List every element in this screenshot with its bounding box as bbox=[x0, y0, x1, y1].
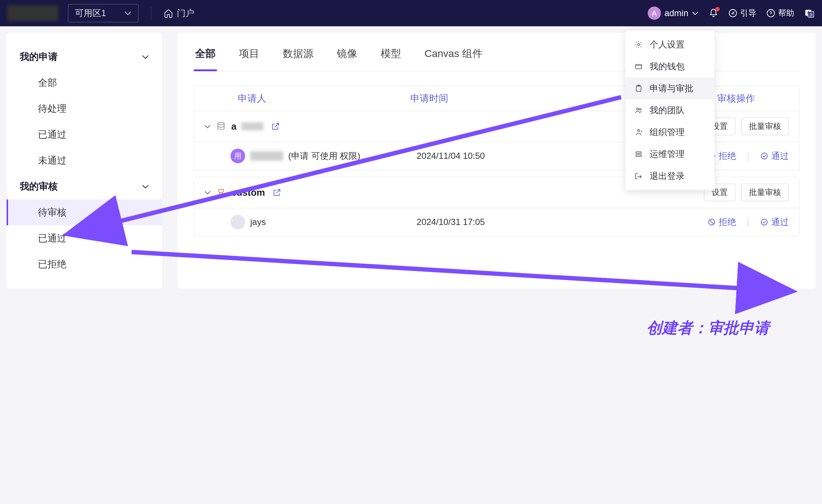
blurred-name-suffix bbox=[241, 122, 263, 130]
guide-label: 引导 bbox=[740, 8, 756, 19]
tab-image[interactable]: 镜像 bbox=[335, 40, 359, 71]
svg-point-15 bbox=[637, 108, 639, 110]
main-panel: 全部 项目 数据源 镜像 模型 Canvas 组件 申请人 申请时间 审核操作 … bbox=[178, 33, 815, 289]
sidebar-item-pending[interactable]: 待处理 bbox=[7, 96, 162, 122]
sidebar-item-review-approved[interactable]: 已通过 bbox=[7, 225, 162, 251]
notifications-button[interactable] bbox=[709, 8, 718, 18]
tab-canvas[interactable]: Canvas 组件 bbox=[423, 40, 484, 71]
guide-link[interactable]: 引导 bbox=[728, 8, 756, 19]
svg-rect-19 bbox=[636, 155, 642, 157]
applicant-cell: jays bbox=[231, 215, 416, 229]
help-link[interactable]: 帮助 bbox=[766, 8, 794, 19]
svg-point-0 bbox=[729, 9, 737, 17]
time-cell: 2024/10/31 17:05 bbox=[416, 217, 602, 227]
group-actions: 设置 批量审核 bbox=[704, 118, 789, 135]
applicant-avatar bbox=[231, 215, 245, 229]
svg-text:文: 文 bbox=[810, 13, 813, 17]
group-name: custom bbox=[231, 187, 265, 198]
applicant-avatar: 用 bbox=[231, 149, 245, 163]
notification-dot bbox=[715, 7, 720, 11]
batch-review-button[interactable]: 批量审核 bbox=[741, 118, 789, 135]
cup-icon bbox=[216, 187, 226, 198]
approve-button[interactable]: 通过 bbox=[760, 216, 789, 228]
tab-model[interactable]: 模型 bbox=[379, 40, 403, 71]
chevron-down-icon bbox=[692, 11, 699, 15]
batch-review-button[interactable]: 批量审核 bbox=[741, 184, 789, 201]
tab-project[interactable]: 项目 bbox=[237, 40, 261, 71]
divider: | bbox=[747, 151, 749, 161]
chevron-down-icon[interactable] bbox=[204, 125, 211, 129]
svg-point-6 bbox=[218, 122, 224, 125]
user-name: admin bbox=[665, 8, 688, 18]
tab-datasource[interactable]: 数据源 bbox=[281, 40, 315, 71]
sidebar: 我的申请 全部 待处理 已通过 未通过 我的审核 待审核 已通过 已拒绝 bbox=[7, 33, 162, 289]
sidebar-group-my-applications[interactable]: 我的申请 bbox=[7, 44, 162, 70]
dropdown-item-ops[interactable]: 运维管理 bbox=[625, 143, 715, 165]
clipboard-icon bbox=[634, 84, 643, 93]
blurred-applicant-name bbox=[250, 151, 283, 161]
group-name: a bbox=[231, 121, 236, 132]
user-menu-trigger[interactable]: A admin bbox=[648, 7, 699, 20]
svg-point-1 bbox=[767, 9, 775, 17]
table-row: jays 2024/10/31 17:05 拒绝 | 通过 bbox=[194, 208, 799, 236]
sidebar-group-title: 我的申请 bbox=[20, 50, 58, 63]
approve-button[interactable]: 通过 bbox=[760, 150, 789, 162]
svg-point-8 bbox=[761, 153, 768, 159]
svg-rect-18 bbox=[636, 152, 642, 154]
applicant-cell: 用 (申请 可使用 权限) bbox=[231, 149, 416, 163]
dropdown-item-team[interactable]: 我的团队 bbox=[625, 99, 715, 121]
reject-button[interactable]: 拒绝 bbox=[708, 216, 736, 228]
actions-cell: 拒绝 | 通过 bbox=[603, 216, 789, 228]
chevron-down-icon bbox=[142, 184, 149, 189]
sidebar-item-to-review[interactable]: 待审核 bbox=[7, 199, 162, 225]
dropdown-item-approval[interactable]: 申请与审批 bbox=[625, 77, 715, 99]
wallet-icon bbox=[634, 62, 643, 71]
dropdown-item-wallet[interactable]: 我的钱包 bbox=[625, 56, 715, 77]
sidebar-item-review-rejected[interactable]: 已拒绝 bbox=[7, 251, 162, 277]
check-circle-icon bbox=[760, 152, 768, 160]
sidebar-group-title: 我的审核 bbox=[20, 180, 58, 193]
zone-selector[interactable]: 可用区1 bbox=[68, 4, 138, 22]
portal-link[interactable]: 门户 bbox=[164, 7, 194, 19]
dropdown-item-settings[interactable]: 个人设置 bbox=[625, 34, 715, 56]
compass-icon bbox=[728, 9, 737, 18]
translate-icon: A文 bbox=[804, 8, 815, 18]
team-icon bbox=[634, 106, 643, 115]
chevron-down-icon bbox=[142, 55, 149, 59]
logout-icon bbox=[634, 172, 643, 180]
dropdown-item-logout[interactable]: 退出登录 bbox=[625, 165, 715, 187]
annotation-text: 创建者：审批申请 bbox=[647, 318, 769, 338]
th-time: 申请时间 bbox=[410, 92, 583, 105]
topbar-right-cluster: A admin 引导 帮助 A文 bbox=[648, 7, 815, 20]
user-avatar: A bbox=[648, 7, 661, 20]
svg-point-16 bbox=[639, 108, 641, 110]
time-cell: 2024/11/04 10:50 bbox=[416, 151, 602, 161]
check-circle-icon bbox=[760, 218, 768, 226]
dropdown-item-org[interactable]: 组织管理 bbox=[625, 121, 715, 143]
help-label: 帮助 bbox=[778, 8, 794, 19]
chevron-down-icon[interactable] bbox=[204, 191, 211, 195]
sidebar-item-rejected[interactable]: 未通过 bbox=[7, 148, 162, 173]
sidebar-group-my-reviews[interactable]: 我的审核 bbox=[7, 173, 162, 199]
applicant-name: jays bbox=[250, 217, 266, 227]
svg-text:A: A bbox=[807, 10, 810, 15]
org-icon bbox=[634, 128, 643, 137]
portal-label: 门户 bbox=[177, 7, 194, 19]
home-icon bbox=[164, 8, 173, 18]
tab-all[interactable]: 全部 bbox=[194, 40, 217, 71]
svg-point-11 bbox=[638, 43, 640, 46]
divider bbox=[151, 7, 151, 20]
top-navigation: 可用区1 门户 A admin 引导 帮助 A文 bbox=[0, 0, 822, 26]
sidebar-item-all[interactable]: 全部 bbox=[7, 70, 162, 96]
external-link-icon[interactable] bbox=[273, 188, 281, 196]
ops-icon bbox=[634, 150, 643, 159]
chevron-down-icon bbox=[124, 11, 132, 15]
th-applicant: 申请人 bbox=[238, 92, 410, 105]
sidebar-item-approved[interactable]: 已通过 bbox=[7, 122, 162, 148]
zone-selector-label: 可用区1 bbox=[75, 7, 106, 19]
brand-logo bbox=[7, 5, 58, 21]
user-dropdown-menu: 个人设置 我的钱包 申请与审批 我的团队 组织管理 运维管理 退出登录 bbox=[625, 31, 715, 190]
ban-icon bbox=[708, 218, 716, 226]
external-link-icon[interactable] bbox=[271, 122, 279, 130]
translate-button[interactable]: A文 bbox=[804, 8, 815, 18]
